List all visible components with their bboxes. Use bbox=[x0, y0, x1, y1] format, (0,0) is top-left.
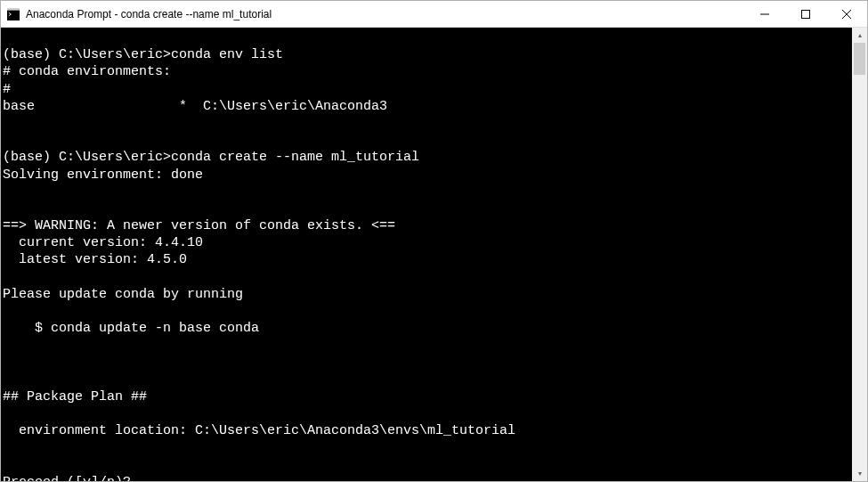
window-title: Anaconda Prompt - conda create --name ml… bbox=[26, 8, 744, 20]
titlebar[interactable]: Anaconda Prompt - conda create --name ml… bbox=[1, 1, 867, 28]
svg-rect-4 bbox=[802, 10, 810, 18]
minimize-button[interactable] bbox=[744, 1, 785, 27]
window-frame: Anaconda Prompt - conda create --name ml… bbox=[0, 0, 868, 482]
scroll-track[interactable] bbox=[852, 43, 867, 466]
maximize-button[interactable] bbox=[785, 1, 826, 27]
svg-rect-2 bbox=[7, 8, 20, 11]
close-button[interactable] bbox=[826, 1, 867, 27]
scroll-down-arrow-icon[interactable]: ▾ bbox=[852, 466, 867, 481]
terminal-client-area: (base) C:\Users\eric>conda env list # co… bbox=[1, 28, 867, 481]
vertical-scrollbar[interactable]: ▴ ▾ bbox=[852, 28, 867, 481]
scroll-thumb[interactable] bbox=[854, 43, 865, 75]
window-controls bbox=[744, 1, 867, 27]
terminal-output[interactable]: (base) C:\Users\eric>conda env list # co… bbox=[1, 28, 852, 481]
terminal-app-icon bbox=[6, 7, 20, 21]
scroll-up-arrow-icon[interactable]: ▴ bbox=[852, 28, 867, 43]
